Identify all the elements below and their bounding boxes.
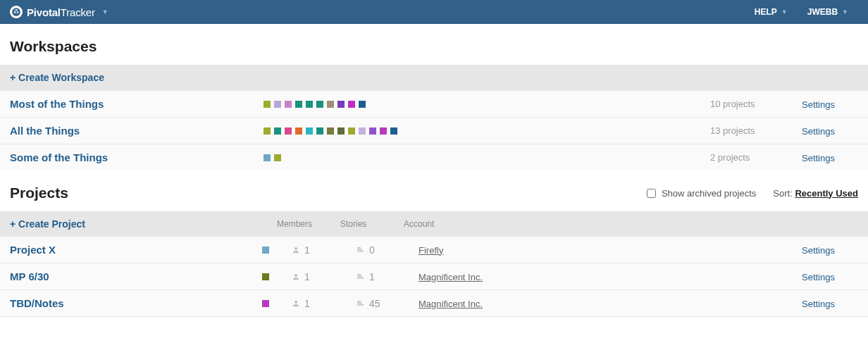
project-swatch (380, 127, 387, 135)
project-swatch (274, 127, 281, 135)
workspace-link[interactable]: Most of the Things (10, 98, 104, 110)
workspace-row: All the Things 13 projects Settings (0, 118, 868, 144)
project-swatch (316, 127, 323, 135)
project-link[interactable]: MP 6/30 (10, 270, 49, 282)
workspace-project-count: 10 projects (710, 99, 802, 109)
project-swatch (285, 127, 292, 135)
projects-header: Projects Show archived projects Sort: Re… (0, 170, 868, 211)
column-header-account: Account (404, 219, 802, 229)
person-icon (292, 299, 300, 308)
workspaces-header: Workspaces (0, 24, 868, 65)
project-row: MP 6/30 1 1 Magnificent Inc. Settings (0, 263, 868, 290)
show-archived-checkbox[interactable] (647, 189, 656, 198)
project-stories: 45 (355, 298, 418, 309)
project-members: 1 (292, 244, 355, 256)
project-members: 1 (292, 271, 355, 282)
user-menu[interactable]: JWEBB ▼ (798, 0, 858, 24)
workspace-settings-link[interactable]: Settings (802, 99, 835, 110)
brand[interactable]: PivotalTracker ▼ (10, 6, 108, 18)
project-swatch (264, 127, 271, 135)
project-swatch (262, 273, 269, 280)
chevron-down-icon: ▼ (842, 8, 848, 15)
help-label: HELP (755, 7, 777, 17)
project-swatch (327, 101, 334, 108)
project-swatch (264, 154, 271, 161)
topbar-right: HELP ▼ JWEBB ▼ (745, 0, 858, 24)
chevron-down-icon: ▼ (102, 8, 108, 15)
project-row: Project X 1 0 Firefly Settings (0, 237, 868, 263)
project-swatch (285, 101, 292, 108)
workspace-project-count: 2 projects (710, 152, 802, 163)
workspace-row: Most of the Things 10 projects Settings (0, 90, 868, 118)
project-swatch (337, 127, 345, 135)
project-stories: 1 (355, 271, 418, 282)
project-settings-link[interactable]: Settings (802, 272, 835, 282)
workspace-settings-link[interactable]: Settings (802, 126, 835, 137)
column-header-members: Members (277, 219, 340, 229)
project-swatch (327, 127, 334, 135)
column-header-stories: Stories (340, 219, 404, 229)
project-settings-link[interactable]: Settings (802, 245, 835, 256)
workspace-link[interactable]: All the Things (10, 125, 80, 137)
chevron-down-icon: ▼ (781, 8, 788, 15)
workspace-swatches (264, 127, 710, 135)
project-account-link[interactable]: Firefly (418, 245, 443, 256)
workspaces-create-bar: + Create Workspace (0, 65, 868, 90)
workspace-project-count: 13 projects (710, 125, 802, 136)
project-swatch (306, 101, 313, 108)
project-swatch (274, 154, 281, 161)
workspaces-title: Workspaces (10, 38, 858, 55)
sort-value[interactable]: Recently Used (795, 188, 858, 199)
rss-icon[interactable] (68, 187, 77, 199)
project-stories: 0 (355, 244, 418, 256)
topbar: PivotalTracker ▼ HELP ▼ JWEBB ▼ (0, 0, 868, 24)
project-members: 1 (292, 298, 355, 309)
project-account-link[interactable]: Magnificent Inc. (418, 272, 483, 282)
project-swatch (337, 101, 345, 108)
projects-create-bar: + Create Project Members Stories Account (0, 211, 868, 237)
project-swatch (306, 127, 313, 135)
project-swatch (369, 127, 376, 135)
workspace-swatches (264, 154, 710, 161)
stories-icon (355, 299, 365, 308)
workspace-row: Some of the Things 2 projects Settings (0, 144, 868, 170)
project-account-link[interactable]: Magnificent Inc. (418, 299, 483, 309)
help-menu[interactable]: HELP ▼ (745, 0, 798, 24)
project-link[interactable]: Project X (10, 244, 56, 256)
project-link[interactable]: TBD/Notes (10, 297, 64, 309)
workspace-link[interactable]: Some of the Things (10, 151, 108, 163)
sort-label: Sort: (773, 188, 792, 199)
person-icon (292, 273, 300, 281)
create-workspace-link[interactable]: + Create Workspace (10, 72, 104, 83)
project-swatch (316, 101, 323, 108)
project-swatch (348, 127, 355, 135)
project-swatch (348, 101, 355, 108)
stories-icon (355, 273, 365, 281)
workspace-settings-link[interactable]: Settings (802, 153, 835, 163)
project-swatch (262, 247, 269, 254)
project-swatch (359, 101, 366, 108)
project-row: TBD/Notes 1 45 Magnificent Inc. Settings (0, 290, 868, 317)
project-swatch (359, 127, 366, 135)
show-archived-toggle[interactable]: Show archived projects (647, 188, 756, 199)
brand-logo-icon (10, 6, 23, 18)
workspaces-list: Most of the Things 10 projects Settings … (0, 90, 868, 170)
sort-box: Sort: Recently Used (773, 188, 858, 199)
user-label: JWEBB (807, 7, 838, 17)
projects-list: Project X 1 0 Firefly Settings MP 6/30 1… (0, 237, 868, 317)
brand-name: PivotalTracker (27, 6, 95, 18)
show-archived-label: Show archived projects (662, 188, 756, 199)
project-swatch (274, 101, 281, 108)
workspace-swatches (264, 101, 710, 108)
project-swatch (295, 127, 302, 135)
stories-icon (355, 246, 365, 254)
project-swatch (264, 101, 271, 108)
project-swatch (295, 101, 302, 108)
create-project-link[interactable]: + Create Project (10, 218, 85, 230)
projects-title: Projects (10, 185, 68, 201)
project-swatch (262, 300, 269, 307)
person-icon (292, 246, 300, 254)
project-settings-link[interactable]: Settings (802, 299, 835, 309)
project-swatch (390, 127, 397, 135)
